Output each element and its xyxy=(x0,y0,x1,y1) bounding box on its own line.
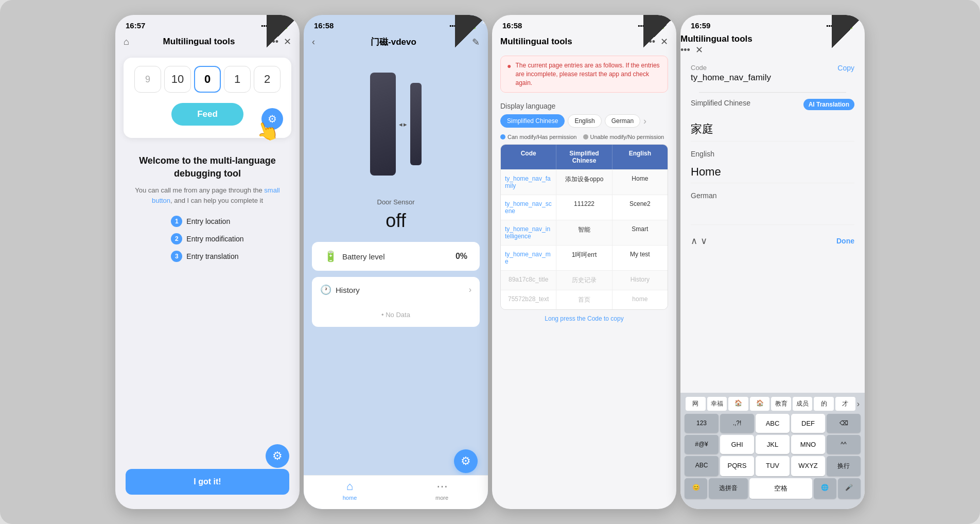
zh-cell-4: 历史记录 xyxy=(556,271,612,290)
history-section: 🕐 History › • No Data xyxy=(312,277,480,327)
lang-chip-zh[interactable]: Simplified Chinese xyxy=(500,114,565,128)
zh-trans-label: Simplified Chinese xyxy=(691,99,750,107)
legend-gray-dot xyxy=(583,134,588,139)
en-cell-2: Smart xyxy=(612,220,668,245)
clock-icon: 🕐 xyxy=(320,284,331,295)
more-icon-4[interactable]: ••• xyxy=(680,45,690,56)
kb-pqrs[interactable]: PQRS xyxy=(720,456,754,476)
lang-chip-de[interactable]: German xyxy=(605,114,640,128)
lang-more-icon[interactable]: › xyxy=(643,116,646,127)
kb-ghi[interactable]: GHI xyxy=(720,435,754,454)
keyboard-suggestions: 网 幸福 🏠 🏠 教育 成员 的 才 › xyxy=(682,397,863,411)
kb-wxyz[interactable]: WXYZ xyxy=(791,456,825,476)
th-zh: Simplified Chinese xyxy=(556,145,612,169)
kb-pinyin[interactable]: 选拼音 xyxy=(709,478,748,499)
trial-badge: JS xyxy=(267,15,300,48)
suggest-5[interactable]: 成员 xyxy=(793,397,813,411)
done-button[interactable]: Done xyxy=(836,237,854,245)
nav-home[interactable]: ⌂ home xyxy=(304,480,396,501)
code-value: ty_home_nav_family xyxy=(691,73,771,83)
en-cell-1: Scene2 xyxy=(612,195,668,220)
copy-button[interactable]: Copy xyxy=(837,64,854,72)
kb-space[interactable]: 空格 xyxy=(749,478,812,499)
en-trans-label: English xyxy=(691,150,854,158)
history-title: History xyxy=(336,286,360,294)
table-row: ty_home_nav_me 1呵呵errt My test xyxy=(501,245,668,270)
kb-caps[interactable]: ^^ xyxy=(827,435,861,454)
kb-punct[interactable]: .,?! xyxy=(720,414,754,433)
table-row: ty_home_nav_intelligence 智能 Smart xyxy=(501,220,668,245)
detail-content: Code ty_home_nav_family Copy Simplified … xyxy=(680,56,865,257)
keyboard-row-3: ABC PQRS TUV WXYZ 换行 xyxy=(682,456,863,476)
nav-more[interactable]: ⋯ more xyxy=(396,480,488,501)
suggest-2[interactable]: 🏠 xyxy=(728,397,748,411)
kb-tuv[interactable]: TUV xyxy=(756,456,790,476)
en-translation-value[interactable]: Home xyxy=(691,161,854,183)
kb-globe[interactable]: 🌐 xyxy=(814,478,836,499)
ai-translation-badge[interactable]: AI Translation xyxy=(803,99,854,110)
kb-def[interactable]: DEF xyxy=(791,414,825,433)
keyboard-row-4: 😊 选拼音 空格 🌐 🎤 xyxy=(682,478,863,499)
simplified-chinese-row: Simplified Chinese AI Translation xyxy=(691,99,854,110)
zh-translation-value[interactable]: 家庭 xyxy=(691,117,854,142)
up-arrow-icon[interactable]: ∧ xyxy=(691,235,697,247)
en-cell-3: My test xyxy=(612,246,668,270)
code-cell-1[interactable]: ty_home_nav_scene xyxy=(501,195,556,220)
bottom-float-btn-1[interactable]: ⚙ xyxy=(266,444,289,468)
kb-sym[interactable]: #@¥ xyxy=(685,435,719,454)
kb-jkl[interactable]: JKL xyxy=(756,435,790,454)
de-translation-field: German | xyxy=(691,191,854,225)
code-cell-0[interactable]: ty_home_nav_family xyxy=(501,170,556,195)
num-cell-2[interactable]: 2 xyxy=(254,66,281,93)
kb-emoji[interactable]: 😊 xyxy=(685,478,707,499)
kb-mic[interactable]: 🎤 xyxy=(838,478,861,499)
screen1-title: Multilingual tools xyxy=(163,37,235,47)
suggest-7[interactable]: 才 xyxy=(835,397,855,411)
home-icon[interactable]: ⌂ xyxy=(124,37,129,47)
time-1: 16:57 xyxy=(126,21,145,30)
screen3-title: Multilingual tools xyxy=(500,37,572,47)
trial-badge-4: JS xyxy=(832,15,865,48)
zh-cell-0: 添加设备oppo xyxy=(556,170,612,195)
kb-enter[interactable]: 换行 xyxy=(827,456,861,476)
kb-123[interactable]: 123 xyxy=(685,414,719,433)
suggest-1[interactable]: 幸福 xyxy=(707,397,727,411)
num-cell-1[interactable]: 1 xyxy=(224,66,251,93)
battery-percentage: 0% xyxy=(456,252,467,261)
screen-3: JS 16:58 ▪▪▪▪ 📶 🔋 Multilingual tools •••… xyxy=(492,15,676,509)
legend-modify: Can modify/Has permission xyxy=(500,134,577,140)
feed-button[interactable]: Feed xyxy=(171,103,243,126)
suggest-4[interactable]: 教育 xyxy=(771,397,791,411)
table-row: ty_home_nav_scene 111222 Scene2 xyxy=(501,195,668,220)
table-header: Code Simplified Chinese English xyxy=(501,145,668,169)
suggest-6[interactable]: 的 xyxy=(814,397,834,411)
down-arrow-icon[interactable]: ∨ xyxy=(701,235,707,247)
number-row: 9 10 0 1 2 xyxy=(134,66,281,93)
kb-backspace[interactable]: ⌫ xyxy=(827,414,861,433)
table-row: ty_home_nav_family 添加设备oppo Home xyxy=(501,169,668,195)
code-cell-2[interactable]: ty_home_nav_intelligence xyxy=(501,220,556,245)
history-header[interactable]: 🕐 History › xyxy=(312,277,480,303)
kb-abc[interactable]: ABC xyxy=(756,414,790,433)
small-button-link[interactable]: small button xyxy=(152,186,280,204)
suggest-0[interactable]: 网 xyxy=(686,397,706,411)
door-main-part xyxy=(370,73,396,176)
floating-blue-btn-2[interactable]: ⚙ xyxy=(454,449,478,473)
permission-legend: Can modify/Has permission Unable modify/… xyxy=(492,131,676,144)
lang-chip-en[interactable]: English xyxy=(568,114,601,128)
de-translation-value[interactable]: | xyxy=(691,203,854,225)
suggest-3[interactable]: 🏠 xyxy=(750,397,770,411)
th-en: English xyxy=(612,145,668,169)
kb-abc2[interactable]: ABC xyxy=(685,456,719,476)
close-icon-4[interactable]: ✕ xyxy=(695,44,703,56)
code-cell-3[interactable]: ty_home_nav_me xyxy=(501,246,556,270)
welcome-title: Welcome to the multi-language debugging … xyxy=(128,154,287,180)
num-cell-9[interactable]: 9 xyxy=(134,66,161,93)
got-it-button[interactable]: I got it! xyxy=(126,469,289,495)
keyboard-more-icon[interactable]: › xyxy=(857,397,860,411)
trial-badge-3: JS xyxy=(643,15,676,48)
num-cell-10[interactable]: 10 xyxy=(164,66,191,93)
num-cell-0[interactable]: 0 xyxy=(194,66,221,93)
kb-mno[interactable]: MNO xyxy=(791,435,825,454)
error-banner: ● The current page entries are as follow… xyxy=(500,56,668,93)
